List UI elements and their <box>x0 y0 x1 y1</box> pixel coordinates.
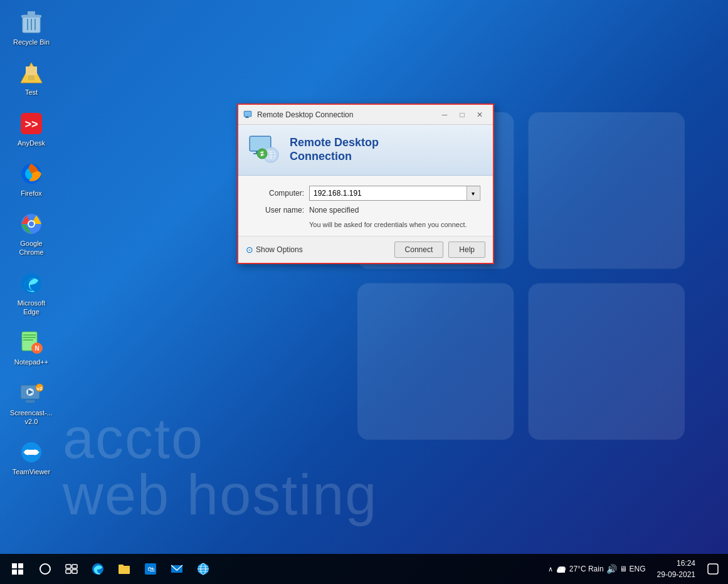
dialog-title-text: Remote Desktop Connection <box>257 110 433 119</box>
desktop-icon-anydesk[interactable]: >> AnyDesk <box>6 107 56 151</box>
start-button[interactable] <box>4 555 31 583</box>
mail-taskbar-icon <box>170 562 184 576</box>
svg-rect-24 <box>23 339 33 341</box>
computer-input-container: ▾ <box>309 186 480 201</box>
microsoft-edge-label: Microsoft Edge <box>9 299 54 317</box>
svg-rect-54 <box>12 570 17 575</box>
svg-point-19 <box>29 221 34 226</box>
username-value: None specified <box>309 206 359 215</box>
systray: ∧ 27°C Rain 🔊 🖥 ENG <box>543 563 651 575</box>
desktop-icon-test[interactable]: Test <box>6 56 56 100</box>
connect-button[interactable]: Connect <box>394 242 444 258</box>
svg-point-56 <box>40 564 50 574</box>
firefox-icon <box>19 161 44 186</box>
globe-taskbar-icon <box>196 562 210 576</box>
screencast-label: Screencast-... v2.0 <box>10 408 53 427</box>
svg-rect-6 <box>28 11 35 15</box>
anydesk-label: AnyDesk <box>18 139 45 147</box>
svg-rect-57 <box>66 565 71 568</box>
watermark-text2: web hosting <box>63 463 377 528</box>
svg-point-51 <box>257 149 267 159</box>
globe-taskbar-button[interactable] <box>191 555 216 583</box>
search-icon <box>39 563 51 575</box>
speaker-icon[interactable]: 🔊 <box>606 564 617 574</box>
anydesk-icon: >> <box>19 111 44 136</box>
svg-text:v2: v2 <box>37 386 43 391</box>
credentials-note: You will be asked for credentials when y… <box>309 221 480 228</box>
chevron-up-icon[interactable]: ∧ <box>548 565 553 573</box>
svg-rect-23 <box>23 337 36 338</box>
svg-text:🛍: 🛍 <box>147 565 155 573</box>
dialog-header-text: Remote Desktop Connection <box>290 136 379 163</box>
language-indicator[interactable]: ENG <box>630 565 646 573</box>
rdc-monitor-icon <box>248 134 281 166</box>
svg-rect-60 <box>72 570 77 573</box>
dialog-header-line2: Connection <box>290 150 379 164</box>
watermark-text1: accto <box>63 406 204 471</box>
weather-cloud-icon <box>556 563 567 575</box>
recycle-bin-label: Recycle Bin <box>13 38 50 46</box>
dialog-body: Computer: ▾ User name: None specified Yo… <box>238 176 493 236</box>
svg-rect-38 <box>245 112 251 116</box>
svg-text:N: N <box>34 345 39 352</box>
svg-rect-30 <box>26 400 34 403</box>
desktop-icon-notepadpp[interactable]: N Notepad++ <box>6 326 56 370</box>
explorer-taskbar-button[interactable] <box>112 555 137 583</box>
edge-taskbar-button[interactable] <box>85 555 110 583</box>
maximize-button[interactable]: □ <box>454 108 470 122</box>
notification-icon <box>707 563 719 575</box>
windows-start-icon <box>11 563 24 575</box>
username-label: User name: <box>251 206 304 215</box>
remote-desktop-dialog: Remote Desktop Connection ─ □ ✕ <box>237 104 494 264</box>
notification-button[interactable] <box>702 555 724 583</box>
network-icon[interactable]: 🖥 <box>620 565 627 573</box>
help-button[interactable]: Help <box>448 242 485 258</box>
taskbar: 🛍 ∧ <box>0 554 728 584</box>
search-button[interactable] <box>33 555 58 583</box>
svg-rect-5 <box>21 15 41 18</box>
screencast-icon: v2 <box>19 381 44 406</box>
test-icon <box>19 60 44 85</box>
clock-date: 29-09-2021 <box>657 569 695 580</box>
svg-rect-1 <box>529 112 685 268</box>
computer-dropdown-arrow[interactable]: ▾ <box>467 186 479 200</box>
minimize-button[interactable]: ─ <box>436 108 453 122</box>
store-taskbar-icon: 🛍 <box>144 562 157 576</box>
computer-row: Computer: ▾ <box>251 186 480 201</box>
svg-rect-22 <box>23 334 36 336</box>
dialog-title-icon <box>243 110 253 120</box>
recycle-bin-icon <box>19 10 44 35</box>
desktop-icon-screencast[interactable]: v2 Screencast-... v2.0 <box>6 377 56 430</box>
notepadpp-icon: N <box>19 330 44 355</box>
desktop-icons: Recycle Bin Test >> AnyDesk <box>6 6 56 480</box>
svg-rect-52 <box>12 563 17 568</box>
svg-rect-11 <box>26 66 37 75</box>
show-options-button[interactable]: ⊙ Show Options <box>246 245 303 255</box>
desktop: accto web hosting Recycle Bin <box>0 0 728 584</box>
mail-taskbar-button[interactable] <box>164 555 189 583</box>
desktop-icon-google-chrome[interactable]: Google Chrome <box>6 208 56 261</box>
teamviewer-label: TeamViewer <box>13 467 50 476</box>
show-options-icon: ⊙ <box>246 245 253 255</box>
computer-input[interactable] <box>309 186 480 201</box>
desktop-icon-firefox[interactable]: Firefox <box>6 157 56 201</box>
firefox-label: Firefox <box>21 189 42 198</box>
desktop-icon-teamviewer[interactable]: TeamViewer <box>6 436 56 480</box>
dialog-header-line1: Remote Desktop <box>290 136 379 150</box>
svg-rect-2 <box>357 284 514 440</box>
svg-rect-12 <box>28 75 34 80</box>
taskview-icon <box>65 563 78 575</box>
close-button[interactable]: ✕ <box>472 108 488 122</box>
taskbar-clock[interactable]: 16:24 29-09-2021 <box>652 558 700 580</box>
desktop-icon-microsoft-edge[interactable]: Microsoft Edge <box>6 267 56 321</box>
desktop-icon-recycle-bin[interactable]: Recycle Bin <box>6 6 56 50</box>
task-view-button[interactable] <box>59 555 84 583</box>
weather-text: 27°C Rain <box>569 565 604 573</box>
store-taskbar-button[interactable]: 🛍 <box>138 555 163 583</box>
footer-buttons: Connect Help <box>394 242 485 258</box>
svg-rect-59 <box>66 570 71 573</box>
dialog-titlebar: Remote Desktop Connection ─ □ ✕ <box>238 105 493 125</box>
svg-rect-3 <box>529 284 685 440</box>
svg-rect-75 <box>557 570 565 573</box>
title-controls: ─ □ ✕ <box>436 108 488 122</box>
